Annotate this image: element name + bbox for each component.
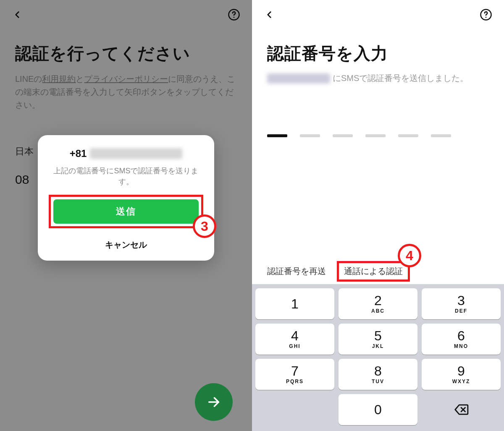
phone-number-redacted — [267, 73, 330, 84]
page-title: 認証を行ってください — [15, 42, 237, 65]
back-icon[interactable] — [12, 9, 23, 20]
key-digit: 5 — [374, 329, 382, 342]
keypad-key-9[interactable]: 9WXYZ — [422, 359, 501, 390]
svg-point-1 — [234, 17, 235, 18]
key-letters: DEF — [455, 308, 467, 314]
screen-phone-entry: 認証を行ってください LINEの利用規約とプライバシーポリシーに同意のうえ、この… — [0, 0, 252, 431]
resend-code-button[interactable]: 認証番号を再送 — [267, 266, 326, 277]
help-icon[interactable] — [228, 8, 240, 21]
code-slot — [365, 134, 386, 137]
topbar — [252, 0, 504, 29]
keypad-key-7[interactable]: 7PQRS — [255, 359, 334, 390]
keypad-key-3[interactable]: 3DEF — [422, 288, 501, 319]
numeric-keypad: 12ABC3DEF4GHI5JKL6MNO7PQRS8TUV9WXYZ0 — [252, 284, 504, 431]
key-digit: 8 — [374, 364, 382, 378]
key-digit: 6 — [457, 329, 465, 342]
keypad-key-8[interactable]: 8TUV — [339, 359, 417, 390]
call-auth-button[interactable]: 通話による認証 — [344, 266, 403, 276]
sms-sent-message: にSMSで認証番号を送信しました。 — [267, 73, 489, 84]
send-button[interactable]: 送信 — [53, 199, 199, 224]
description: LINEの利用規約とプライバシーポリシーに同意のうえ、この端末の電話番号を入力し… — [15, 73, 237, 112]
code-slot — [300, 134, 320, 137]
phone-prefix: +81 — [70, 148, 87, 159]
key-letters: GHI — [289, 343, 300, 349]
key-digit: 0 — [374, 403, 382, 416]
cancel-button[interactable]: キャンセル — [49, 239, 203, 251]
key-digit: 1 — [291, 297, 299, 311]
keypad-key-2[interactable]: 2ABC — [339, 288, 417, 319]
code-slot — [267, 134, 287, 137]
keypad-key-6[interactable]: 6MNO — [422, 324, 501, 355]
key-letters: MNO — [454, 343, 468, 349]
keypad-spacer — [255, 394, 334, 425]
confirm-sms-dialog: +81 上記の電話番号にSMSで認証番号を送ります。 送信 3 キャンセル — [38, 135, 214, 261]
annotation-badge-4: 4 — [398, 244, 421, 267]
key-digit: 7 — [291, 364, 299, 378]
backspace-key[interactable] — [422, 394, 501, 425]
key-letters: TUV — [372, 379, 384, 384]
annotation-highlight-send: 送信 3 — [49, 195, 203, 228]
page-title: 認証番号を入力 — [267, 42, 489, 65]
next-button[interactable] — [195, 383, 233, 421]
privacy-link[interactable]: プライバシーポリシー — [84, 74, 168, 84]
back-icon[interactable] — [264, 9, 275, 20]
screen-code-entry: 認証番号を入力 にSMSで認証番号を送信しました。 認証番号を再送 通話による認… — [252, 0, 504, 431]
keypad-key-0[interactable]: 0 — [339, 394, 417, 425]
key-digit: 2 — [374, 294, 382, 307]
key-digit: 4 — [291, 329, 299, 342]
annotation-badge-3: 3 — [193, 214, 216, 238]
topbar — [0, 0, 252, 29]
key-letters: JKL — [372, 343, 384, 349]
code-slot — [333, 134, 353, 137]
help-icon[interactable] — [480, 8, 492, 21]
key-letters: PQRS — [286, 379, 304, 384]
key-digit: 3 — [457, 294, 465, 307]
code-slot — [431, 134, 451, 137]
annotation-highlight-call: 通話による認証 4 — [337, 261, 410, 282]
phone-number-redacted — [90, 148, 182, 159]
svg-point-4 — [486, 17, 487, 18]
keypad-key-1[interactable]: 1 — [255, 288, 334, 319]
key-letters: ABC — [371, 308, 385, 314]
dialog-message: 上記の電話番号にSMSで認証番号を送ります。 — [49, 165, 203, 187]
action-row: 認証番号を再送 通話による認証 4 — [252, 261, 504, 282]
code-input[interactable] — [267, 134, 489, 137]
keypad-key-5[interactable]: 5JKL — [339, 324, 417, 355]
key-letters: WXYZ — [452, 379, 470, 384]
tos-link[interactable]: 利用規約 — [42, 74, 76, 84]
key-digit: 9 — [457, 364, 465, 378]
code-slot — [398, 134, 418, 137]
keypad-key-4[interactable]: 4GHI — [255, 324, 334, 355]
